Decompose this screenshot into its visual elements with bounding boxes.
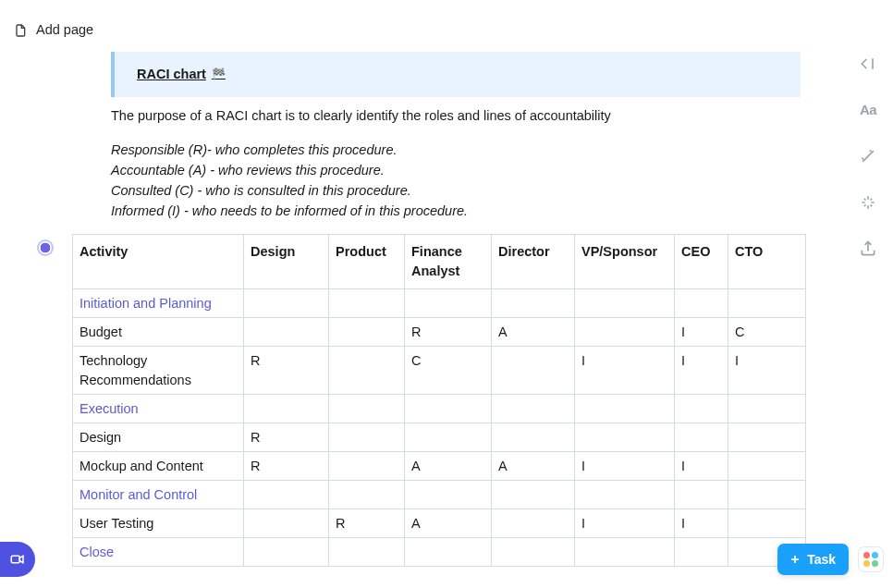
raci-cell[interactable] (575, 289, 675, 318)
column-header[interactable]: CEO (675, 235, 728, 289)
activity-cell[interactable]: Mockup and Content (73, 452, 244, 481)
raci-cell[interactable] (329, 318, 405, 347)
raci-cell[interactable]: I (575, 452, 675, 481)
raci-cell[interactable] (244, 289, 329, 318)
raci-cell[interactable] (329, 289, 405, 318)
raci-cell[interactable] (675, 538, 728, 567)
table-row[interactable]: Monitor and Control (73, 481, 806, 509)
raci-cell[interactable]: C (405, 347, 492, 395)
raci-cell[interactable]: I (675, 509, 728, 538)
raci-cell[interactable]: A (492, 452, 575, 481)
table-row[interactable]: Execution (73, 395, 806, 423)
sparkle-icon[interactable] (858, 192, 878, 213)
raci-cell[interactable]: I (675, 318, 728, 347)
raci-cell[interactable] (728, 289, 806, 318)
column-header[interactable]: VP/Sponsor (575, 235, 675, 289)
raci-cell[interactable]: A (492, 318, 575, 347)
raci-cell[interactable] (675, 289, 728, 318)
column-header[interactable]: Product (329, 235, 405, 289)
raci-cell[interactable] (492, 481, 575, 509)
raci-cell[interactable] (405, 289, 492, 318)
raci-cell[interactable]: A (405, 509, 492, 538)
raci-cell[interactable] (728, 481, 806, 509)
raci-cell[interactable] (405, 538, 492, 567)
raci-cell[interactable] (244, 395, 329, 423)
raci-cell[interactable] (575, 538, 675, 567)
raci-cell[interactable] (405, 423, 492, 452)
activity-cell[interactable]: Monitor and Control (73, 481, 244, 509)
raci-cell[interactable]: R (244, 452, 329, 481)
column-header[interactable]: Director (492, 235, 575, 289)
raci-cell[interactable] (575, 395, 675, 423)
raci-cell[interactable] (244, 509, 329, 538)
raci-cell[interactable] (675, 481, 728, 509)
raci-cell[interactable] (675, 423, 728, 452)
table-row[interactable]: Mockup and ContentRAAII (73, 452, 806, 481)
raci-cell[interactable] (492, 289, 575, 318)
raci-cell[interactable] (728, 395, 806, 423)
activity-cell[interactable]: Close (73, 538, 244, 567)
raci-cell[interactable]: R (329, 509, 405, 538)
table-row[interactable]: User TestingRAII (73, 509, 806, 538)
column-header[interactable]: Activity (73, 235, 244, 289)
activity-cell[interactable]: User Testing (73, 509, 244, 538)
raci-cell[interactable]: C (728, 318, 806, 347)
activity-cell[interactable]: Execution (73, 395, 244, 423)
raci-cell[interactable] (329, 481, 405, 509)
apps-button[interactable] (858, 546, 884, 572)
add-page-button[interactable]: Add page (13, 20, 93, 40)
raci-cell[interactable] (329, 538, 405, 567)
raci-cell[interactable]: A (405, 452, 492, 481)
activity-cell[interactable]: Technology Recommendations (73, 347, 244, 395)
raci-cell[interactable] (728, 452, 806, 481)
raci-cell[interactable] (575, 481, 675, 509)
raci-cell[interactable] (329, 395, 405, 423)
table-row[interactable]: DesignR (73, 423, 806, 452)
raci-cell[interactable]: I (575, 509, 675, 538)
raci-cell[interactable] (492, 423, 575, 452)
raci-cell[interactable]: R (244, 347, 329, 395)
raci-cell[interactable] (405, 481, 492, 509)
intro-purpose[interactable]: The purpose of a RACI chart is to clearl… (111, 106, 801, 126)
column-header[interactable]: Design (244, 235, 329, 289)
record-clip-button[interactable] (0, 542, 35, 577)
raci-cell[interactable]: I (675, 347, 728, 395)
raci-cell[interactable] (244, 481, 329, 509)
column-header[interactable]: CTO (728, 235, 806, 289)
raci-cell[interactable]: I (728, 347, 806, 395)
raci-cell[interactable] (329, 452, 405, 481)
table-row[interactable]: Initiation and Planning (73, 289, 806, 318)
raci-cell[interactable] (728, 423, 806, 452)
raci-cell[interactable] (575, 318, 675, 347)
raci-cell[interactable]: R (244, 423, 329, 452)
raci-cell[interactable] (329, 347, 405, 395)
table-row[interactable]: BudgetRAIC (73, 318, 806, 347)
activity-cell[interactable]: Initiation and Planning (73, 289, 244, 318)
typography-icon[interactable]: Aa (858, 100, 878, 120)
table-row[interactable]: Close (73, 538, 806, 567)
raci-cell[interactable] (575, 423, 675, 452)
raci-cell[interactable] (405, 395, 492, 423)
raci-cell[interactable] (492, 395, 575, 423)
table-row[interactable]: Technology RecommendationsRCIII (73, 347, 806, 395)
raci-cell[interactable] (492, 538, 575, 567)
raci-cell[interactable] (244, 318, 329, 347)
raci-cell[interactable]: I (575, 347, 675, 395)
collapse-icon[interactable] (858, 54, 878, 74)
callout-block[interactable]: RACI chart 🏁 (111, 52, 801, 97)
new-task-button[interactable]: Task (777, 544, 849, 575)
raci-cell[interactable]: R (405, 318, 492, 347)
column-header[interactable]: Finance Analyst (405, 235, 492, 289)
activity-cell[interactable]: Budget (73, 318, 244, 347)
raci-cell[interactable] (728, 509, 806, 538)
block-drag-handle[interactable] (39, 241, 52, 254)
raci-definitions[interactable]: Responsible (R)- who completes this proc… (111, 141, 801, 221)
raci-cell[interactable] (329, 423, 405, 452)
raci-table[interactable]: ActivityDesignProductFinance AnalystDire… (72, 234, 806, 567)
wand-icon[interactable] (858, 146, 878, 166)
raci-cell[interactable]: I (675, 452, 728, 481)
share-icon[interactable] (858, 239, 878, 259)
raci-cell[interactable] (492, 347, 575, 395)
raci-cell[interactable] (244, 538, 329, 567)
activity-cell[interactable]: Design (73, 423, 244, 452)
